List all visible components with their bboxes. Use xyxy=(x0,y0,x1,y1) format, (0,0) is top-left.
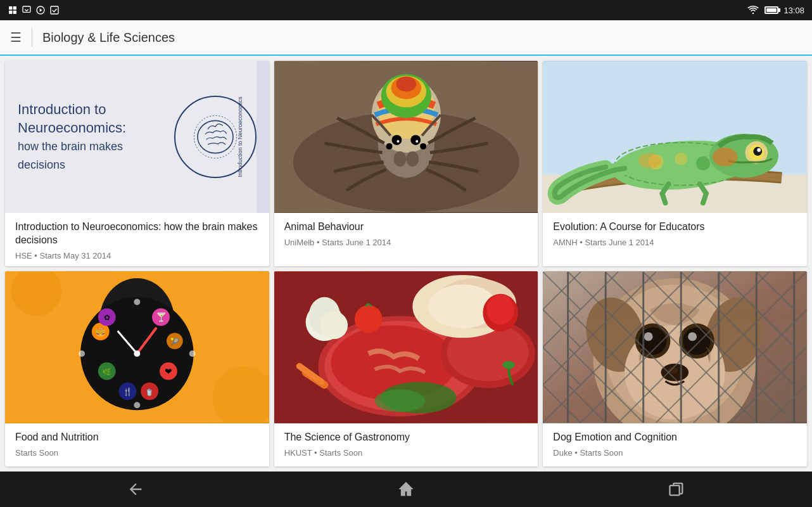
course-card-5[interactable]: The Science of Gastronomy HKUST • Starts… xyxy=(274,271,538,466)
card-title-1: Introduction to Neuroeconomics: how the … xyxy=(15,221,259,247)
status-bar-right: 13:08 xyxy=(747,5,804,15)
dog-cover xyxy=(543,271,807,423)
battery-icon xyxy=(764,6,778,14)
chameleon-cover xyxy=(543,61,807,213)
svg-point-47 xyxy=(134,299,140,305)
svg-text:❤: ❤ xyxy=(165,366,172,376)
course-card-4[interactable]: 🍸 🍔 ✿ 🎾 xyxy=(5,271,269,466)
course-card-1[interactable]: Introduction toNeuroeconomics:how the br… xyxy=(5,61,269,266)
status-bar-icons xyxy=(8,5,60,15)
course-cover-text: Introduction toNeuroeconomics:how the br… xyxy=(18,101,126,173)
svg-point-33 xyxy=(675,153,688,165)
svg-point-69 xyxy=(134,350,140,357)
svg-text:🍔: 🍔 xyxy=(95,326,106,337)
svg-text:🍸: 🍸 xyxy=(156,312,167,323)
svg-point-41 xyxy=(638,153,661,169)
svg-point-20 xyxy=(391,135,402,145)
svg-rect-3 xyxy=(13,11,16,14)
status-bar: 13:08 xyxy=(0,0,812,20)
card-meta-1: HSE • Starts May 31 2014 xyxy=(15,251,259,260)
card-info-4: Food and Nutrition Starts Soon xyxy=(5,423,269,466)
spider-cover xyxy=(274,61,538,213)
card-title-2: Animal Behaviour xyxy=(284,221,528,234)
card-image-1: Introduction toNeuroeconomics:how the br… xyxy=(5,61,269,213)
course-card-2[interactable]: Animal Behaviour UniMelb • Starts June 1… xyxy=(274,61,538,266)
card-meta-5: HKUST • Starts Soon xyxy=(284,448,528,458)
card-title-3: Evolution: A Course for Educators xyxy=(553,221,797,234)
svg-point-48 xyxy=(134,402,140,409)
svg-point-84 xyxy=(374,390,424,413)
home-button[interactable] xyxy=(381,480,431,498)
spider-illustration xyxy=(274,61,538,213)
svg-marker-6 xyxy=(40,8,42,11)
course-card-6[interactable]: Dog Emotion and Cognition Duke • Starts … xyxy=(543,271,807,466)
svg-rect-1 xyxy=(13,6,16,10)
svg-point-34 xyxy=(696,157,710,170)
svg-point-22 xyxy=(386,143,392,150)
card-info-1: Introduction to Neuroeconomics: how the … xyxy=(5,213,269,266)
card-image-2 xyxy=(274,61,538,213)
chameleon-illustration xyxy=(543,61,807,213)
status-time: 13:08 xyxy=(783,6,804,15)
svg-rect-0 xyxy=(9,6,12,10)
card-meta-4: Starts Soon xyxy=(15,448,259,458)
svg-text:🍴: 🍴 xyxy=(123,387,132,397)
svg-text:🎾: 🎾 xyxy=(170,337,179,346)
food-clock-illustration: 🍸 🍔 ✿ 🎾 xyxy=(5,271,269,423)
svg-point-27 xyxy=(406,151,419,167)
recent-apps-button[interactable] xyxy=(651,480,702,498)
meat-illustration xyxy=(274,271,538,423)
svg-text:🥤: 🥤 xyxy=(145,388,154,397)
brain-circle-decoration xyxy=(174,96,257,178)
download-icon xyxy=(22,5,32,15)
svg-point-19 xyxy=(396,77,416,92)
svg-point-86 xyxy=(486,295,514,325)
svg-point-100 xyxy=(688,332,697,341)
notification-icon xyxy=(8,5,18,15)
wifi-icon xyxy=(747,5,759,15)
bottom-nav xyxy=(0,472,812,507)
svg-point-99 xyxy=(644,332,653,341)
svg-text:🌿: 🌿 xyxy=(102,367,111,376)
meat-cover xyxy=(274,271,538,423)
svg-point-40 xyxy=(713,148,738,167)
card-title-4: Food and Nutrition xyxy=(15,431,259,444)
svg-point-8 xyxy=(752,13,754,15)
card-meta-3: AMNH • Starts June 1 2014 xyxy=(553,238,797,247)
svg-point-26 xyxy=(393,151,406,167)
dog-illustration xyxy=(543,271,807,423)
card-image-4: 🍸 🍔 ✿ 🎾 xyxy=(5,271,269,423)
svg-point-50 xyxy=(189,350,196,357)
svg-point-25 xyxy=(416,140,418,143)
menu-button[interactable]: ☰ xyxy=(10,30,22,45)
back-button[interactable] xyxy=(110,480,161,498)
svg-point-87 xyxy=(502,361,515,369)
card-info-3: Evolution: A Course for Educators AMNH •… xyxy=(543,213,807,256)
nav-divider xyxy=(32,28,32,47)
svg-point-82 xyxy=(355,305,383,333)
card-meta-6: Duke • Starts Soon xyxy=(553,448,797,458)
course-card-3[interactable]: Evolution: A Course for Educators AMNH •… xyxy=(543,61,807,266)
card-title-5: The Science of Gastronomy xyxy=(284,431,528,444)
card-info-2: Animal Behaviour UniMelb • Starts June 1… xyxy=(274,213,538,256)
play-icon xyxy=(35,5,46,15)
svg-point-23 xyxy=(420,143,426,150)
card-info-6: Dog Emotion and Cognition Duke • Starts … xyxy=(543,423,807,466)
card-title-6: Dog Emotion and Cognition xyxy=(553,431,797,444)
check-icon xyxy=(49,5,60,15)
card-image-6 xyxy=(543,271,807,423)
svg-point-24 xyxy=(396,140,399,143)
card-image-3 xyxy=(543,61,807,213)
card-image-5 xyxy=(274,271,538,423)
svg-point-98 xyxy=(683,327,711,355)
svg-point-49 xyxy=(79,350,85,357)
svg-rect-166 xyxy=(670,485,680,495)
course-grid: Introduction toNeuroeconomics:how the br… xyxy=(0,56,812,472)
svg-text:✿: ✿ xyxy=(104,314,110,323)
svg-point-81 xyxy=(320,312,348,340)
svg-point-39 xyxy=(758,148,761,152)
food-clock-cover: 🍸 🍔 ✿ 🎾 xyxy=(5,271,269,423)
neuroeconomics-cover: Introduction toNeuroeconomics:how the br… xyxy=(5,61,269,213)
top-nav: ☰ Biology & Life Sciences xyxy=(0,20,812,56)
svg-point-21 xyxy=(410,135,421,145)
